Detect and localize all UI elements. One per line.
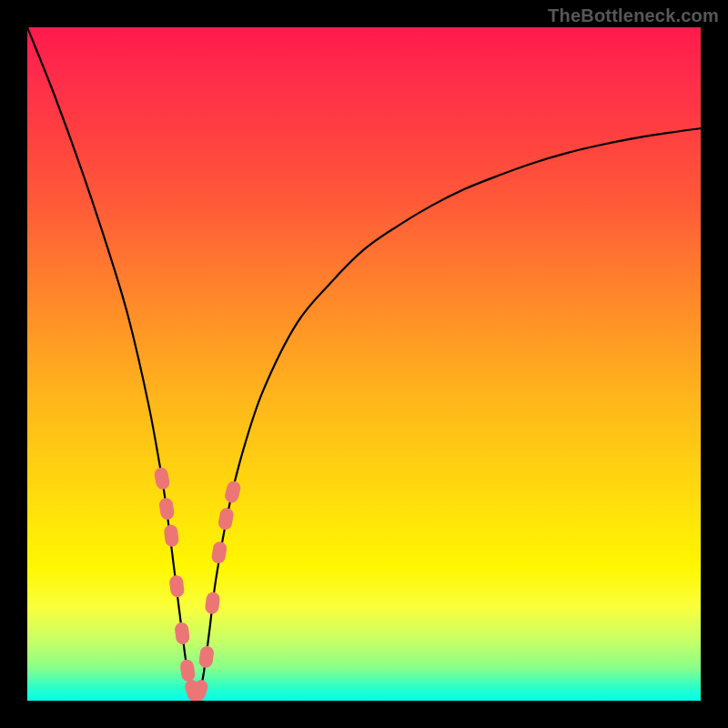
highlight-marker — [163, 524, 179, 548]
curves-svg — [27, 27, 701, 701]
watermark-text: TheBottleneck.com — [548, 5, 719, 26]
highlight-marker — [198, 645, 215, 669]
highlight-marker — [168, 574, 185, 598]
highlight-marker — [217, 507, 235, 531]
chart-frame: TheBottleneck.com — [0, 0, 728, 728]
highlight-marker — [224, 480, 242, 504]
highlight-marker — [210, 541, 228, 564]
plot-area — [27, 27, 701, 701]
highlight-marker — [179, 659, 196, 682]
highlight-marker — [153, 467, 170, 490]
highlight-marker — [174, 622, 190, 645]
highlight-marker — [205, 592, 221, 615]
highlight-marker — [158, 497, 175, 521]
main-curve — [27, 27, 701, 701]
highlight-markers — [153, 467, 241, 701]
